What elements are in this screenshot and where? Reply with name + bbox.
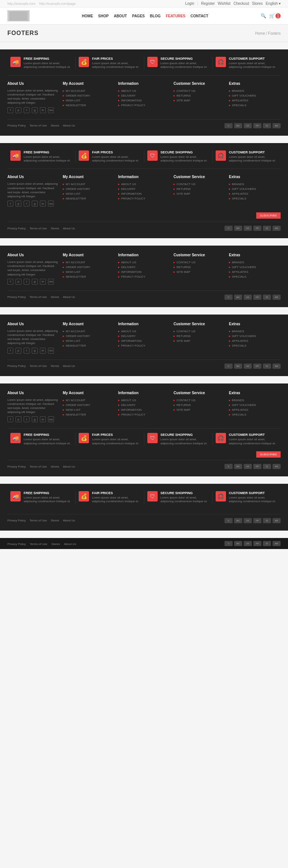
acc5-4[interactable]: NEWSLETTER: [63, 412, 114, 417]
social-p-4[interactable]: p: [16, 348, 21, 354]
acc4-3[interactable]: WISH LIST: [63, 338, 114, 343]
acc4-2[interactable]: ORDER HISTORY: [63, 334, 114, 338]
social-rss-2[interactable]: rss: [48, 201, 54, 206]
login-link[interactable]: Login: [185, 1, 194, 6]
social-p-3[interactable]: p: [16, 279, 21, 285]
info-link-1[interactable]: ABOUT US: [118, 88, 170, 93]
inf3-4[interactable]: PRIVACY POLICY: [118, 274, 170, 279]
inf2-1[interactable]: ABOUT US: [118, 182, 170, 187]
social-rss-3[interactable]: rss: [48, 279, 54, 285]
cus2-1[interactable]: CONTACT US: [174, 182, 225, 187]
aboutus-link-2[interactable]: About Us: [63, 227, 75, 230]
ext2-4[interactable]: SPECIALS: [229, 196, 281, 201]
social-facebook[interactable]: f: [7, 107, 13, 113]
account-link-2[interactable]: ORDER HISTORY: [63, 93, 114, 98]
ext3-1[interactable]: BRANDS: [229, 260, 281, 265]
acc5-2[interactable]: ORDER HISTORY: [63, 403, 114, 407]
ext4-1[interactable]: BRANDS: [229, 329, 281, 334]
ext4-3[interactable]: AFFILIATES: [229, 338, 281, 343]
acc2-4[interactable]: NEWSLETTER: [63, 196, 114, 201]
social-rss-5[interactable]: rss: [48, 416, 54, 422]
social-g-2[interactable]: g: [32, 201, 38, 206]
cus3-2[interactable]: RETURNS: [174, 265, 225, 270]
ext3-3[interactable]: AFFILIATES: [229, 270, 281, 274]
info-link-4[interactable]: PRIVACY POLICY: [118, 103, 170, 108]
aboutus-link-6[interactable]: About Us: [63, 519, 75, 522]
aboutus-link-3[interactable]: About Us: [63, 295, 75, 299]
bottom-stores[interactable]: Stores: [51, 542, 60, 546]
terms-link-2[interactable]: Terms of Use: [30, 227, 47, 230]
ext5-1[interactable]: BRANDS: [229, 398, 281, 403]
ext2-2[interactable]: GIFT VOUCHERS: [229, 187, 281, 191]
terms-link-1[interactable]: Terms of Use: [30, 124, 47, 127]
info-link-2[interactable]: DELIVERY: [118, 93, 170, 98]
social-rss-4[interactable]: rss: [48, 348, 54, 354]
cus5-3[interactable]: SITE MAP: [174, 407, 225, 412]
acc2-2[interactable]: ORDER HISTORY: [63, 187, 114, 191]
stores-link[interactable]: Stores: [252, 1, 263, 6]
account-link-3[interactable]: WISH LIST: [63, 98, 114, 103]
acc3-4[interactable]: NEWSLETTER: [63, 274, 114, 279]
social-in-5[interactable]: in: [40, 416, 46, 422]
nav-shop[interactable]: SHOP: [98, 14, 109, 18]
social-in-4[interactable]: in: [40, 348, 46, 354]
ext2-3[interactable]: AFFILIATES: [229, 191, 281, 196]
inf4-1[interactable]: ABOUT US: [118, 329, 170, 334]
privacy-link-5[interactable]: Privacy Policy: [7, 465, 26, 468]
social-f-4[interactable]: f: [7, 348, 13, 354]
inf4-3[interactable]: INFORMATION: [118, 338, 170, 343]
ext5-2[interactable]: GIFT VOUCHERS: [229, 403, 281, 407]
social-in-3[interactable]: in: [40, 279, 46, 285]
nav-contact[interactable]: CONTACT: [191, 14, 208, 18]
social-g-5[interactable]: g: [32, 416, 38, 422]
bottom-privacy[interactable]: Privacy Policy: [7, 542, 26, 546]
inf3-1[interactable]: ABOUT US: [118, 260, 170, 265]
social-pinterest[interactable]: p: [16, 107, 21, 113]
privacy-link-1[interactable]: Privacy Policy: [7, 124, 26, 127]
privacy-link-4[interactable]: Privacy Policy: [7, 364, 26, 368]
extras-link-2[interactable]: GIFT VOUCHERS: [229, 93, 281, 98]
nav-home[interactable]: HOME: [82, 14, 93, 18]
inf3-2[interactable]: DELIVERY: [118, 265, 170, 270]
social-t-2[interactable]: t: [24, 201, 30, 206]
customer-link-1[interactable]: CONTACT US: [174, 88, 225, 93]
inf5-4[interactable]: PRIVACY POLICY: [118, 412, 170, 417]
social-p-5[interactable]: p: [16, 416, 21, 422]
terms-link-4[interactable]: Terms of Use: [30, 364, 47, 368]
aboutus-link-1[interactable]: About Us: [63, 124, 75, 127]
acc4-1[interactable]: MY ACCOUNT: [63, 329, 114, 334]
subscribe-btn-2[interactable]: SUBSCRIBE: [256, 212, 281, 219]
acc2-3[interactable]: WISH LIST: [63, 191, 114, 196]
language-selector[interactable]: English ▾: [265, 1, 281, 6]
ext4-4[interactable]: SPECIALS: [229, 343, 281, 348]
bottom-terms[interactable]: Terms of Use: [30, 542, 47, 546]
inf4-2[interactable]: DELIVERY: [118, 334, 170, 338]
inf2-2[interactable]: DELIVERY: [118, 187, 170, 191]
nav-blog[interactable]: BLOG: [150, 14, 161, 18]
acc5-3[interactable]: WISH LIST: [63, 407, 114, 412]
search-icon[interactable]: 🔍: [261, 13, 266, 18]
acc3-1[interactable]: MY ACCOUNT: [63, 260, 114, 265]
inf5-3[interactable]: INFORMATION: [118, 407, 170, 412]
social-p-2[interactable]: p: [16, 201, 21, 206]
social-f-2[interactable]: f: [7, 201, 13, 206]
ext5-3[interactable]: AFFILIATES: [229, 407, 281, 412]
terms-link-3[interactable]: Terms of Use: [30, 295, 47, 299]
privacy-link-2[interactable]: Privacy Policy: [7, 227, 26, 230]
checkout-link[interactable]: Checkout: [233, 1, 249, 6]
inf5-2[interactable]: DELIVERY: [118, 403, 170, 407]
cus5-1[interactable]: CONTACT US: [174, 398, 225, 403]
social-t-5[interactable]: t: [24, 416, 30, 422]
cus4-1[interactable]: CONTACT US: [174, 329, 225, 334]
social-linkedin[interactable]: in: [40, 107, 46, 113]
customer-link-3[interactable]: SITE MAP: [174, 98, 225, 103]
logo[interactable]: [7, 10, 30, 21]
nav-features[interactable]: FEATURES: [166, 14, 185, 18]
extras-link-3[interactable]: AFFILIATES: [229, 98, 281, 103]
terms-link-5[interactable]: Terms of Use: [30, 465, 47, 468]
stores-link-5[interactable]: Stores: [51, 465, 59, 468]
stores-link-4[interactable]: Stores: [51, 364, 59, 368]
social-g-3[interactable]: g: [32, 279, 38, 285]
cus3-1[interactable]: CONTACT US: [174, 260, 225, 265]
acc3-3[interactable]: WISH LIST: [63, 270, 114, 274]
